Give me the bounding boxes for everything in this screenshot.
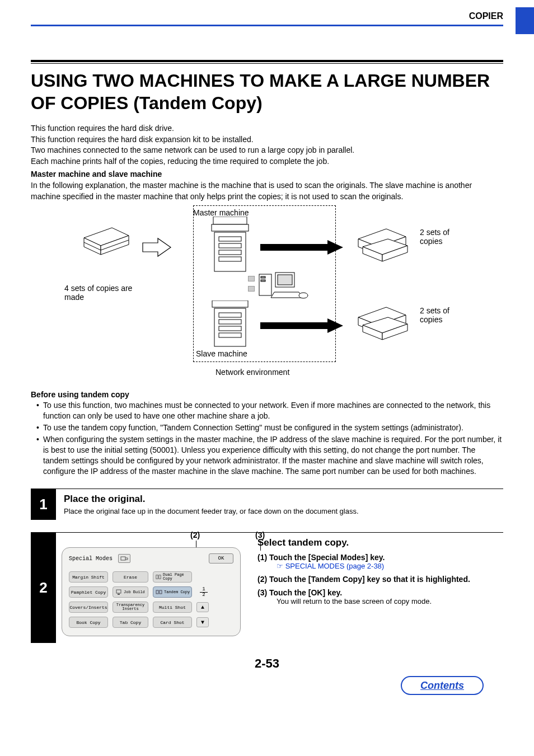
contents-button-label: Contents	[420, 680, 464, 692]
network-node-1	[248, 276, 255, 281]
btn-book-copy-label: Book Copy	[76, 620, 100, 625]
callout-3-line	[260, 541, 261, 551]
btn-job-build[interactable]: Job Build	[113, 586, 148, 598]
label-4-sets: 4 sets of copies are made	[64, 284, 154, 302]
btn-covers-inserts[interactable]: Covers/Inserts	[69, 602, 108, 613]
header-rule	[31, 25, 503, 26]
btn-tab-copy-label: Tab Copy	[120, 620, 141, 625]
intro-para-4: Each machine prints half of the copies, …	[31, 156, 503, 167]
step-2: 2 (2) (3) Special Modes OK	[31, 533, 503, 643]
before-title: Before using tandem copy	[31, 390, 503, 399]
dual-page-icon	[156, 574, 161, 580]
btn-transparency-label: Transparency Inserts	[114, 603, 147, 611]
callout-2-label: (2)	[190, 530, 200, 539]
btn-multi-shot[interactable]: Multi Shot	[153, 602, 192, 613]
svg-rect-42	[159, 575, 161, 579]
master-machine-icon	[209, 217, 256, 280]
label-2-sets-bottom: 2 sets of copies	[420, 306, 470, 324]
svg-rect-45	[156, 590, 158, 594]
svg-rect-12	[219, 257, 241, 261]
output-arrow-top	[260, 239, 344, 257]
instr-3-sub: You will return to the base screen of co…	[277, 597, 503, 605]
panel-title-icon[interactable]	[118, 554, 130, 563]
btn-pamphlet-copy[interactable]: Pamphlet Copy	[69, 586, 108, 598]
btn-dual-page-label: Dual Page Copy	[163, 573, 190, 581]
btn-margin-shift-label: Margin Shift	[72, 575, 105, 580]
intro-para-2: This function requires the hard disk exp…	[31, 134, 503, 145]
instr-3-label: (3) Touch the [OK] key.	[257, 588, 503, 597]
svg-rect-21	[261, 280, 265, 281]
tandem-diagram: 4 sets of copies are made Master machine	[31, 205, 503, 384]
btn-dual-page-copy[interactable]: Dual Page Copy	[153, 571, 192, 583]
svg-rect-9	[219, 237, 241, 241]
btn-erase[interactable]: Erase	[113, 571, 148, 583]
svg-rect-7	[212, 224, 249, 231]
btn-card-shot-label: Card Shot	[160, 620, 184, 625]
btn-pamphlet-label: Pamphlet Copy	[71, 590, 106, 595]
network-node-2	[248, 286, 255, 292]
flow-arrow-main	[140, 236, 174, 260]
svg-rect-16	[219, 320, 241, 324]
ok-button[interactable]: OK	[209, 553, 233, 564]
svg-rect-6	[213, 217, 247, 224]
btn-erase-label: Erase	[124, 575, 137, 580]
output-arrow-bottom	[260, 317, 344, 336]
btn-card-shot[interactable]: Card Shot	[153, 617, 192, 628]
network-computer-icon	[257, 270, 311, 305]
svg-rect-18	[219, 333, 241, 337]
step-1: 1 Place the original. Place the original…	[31, 489, 503, 520]
svg-rect-40	[121, 557, 125, 560]
btn-tandem-copy[interactable]: Tandem Copy	[153, 586, 192, 598]
step-1-title: Place the original.	[64, 494, 503, 505]
title-rule-thick	[31, 60, 503, 62]
svg-rect-41	[156, 575, 158, 579]
svg-rect-43	[116, 590, 121, 593]
special-modes-link[interactable]: SPECIAL MODES	[285, 562, 345, 570]
contents-button[interactable]: Contents	[401, 676, 484, 695]
instr-2-label: (2) Touch the [Tandem Copy] key so that …	[257, 575, 503, 584]
label-network: Network environment	[216, 368, 289, 377]
intro-subhead: Master machine and slave machine	[31, 169, 503, 180]
btn-multi-shot-label: Multi Shot	[159, 605, 186, 610]
job-build-icon	[115, 589, 122, 595]
btn-transparency-inserts[interactable]: Transparency Inserts	[113, 602, 148, 613]
btn-book-copy[interactable]: Book Copy	[69, 617, 108, 628]
paper-stack-left	[78, 222, 134, 261]
step-2-heading: Select tandem copy.	[257, 537, 503, 548]
page-indicator: 1 2	[196, 587, 211, 598]
before-bullet-3: When configuring the system settings in …	[36, 434, 503, 477]
before-bullet-1: To use this function, two machines must …	[36, 400, 503, 421]
svg-point-25	[299, 293, 308, 298]
btn-tab-copy[interactable]: Tab Copy	[113, 617, 148, 628]
step-1-number: 1	[31, 489, 56, 520]
btn-job-build-label: Job Build	[124, 590, 145, 594]
page-total: 2	[202, 592, 205, 598]
svg-rect-46	[160, 590, 162, 594]
paper-stack-bottom-right	[353, 300, 414, 345]
title-rule-thin	[31, 63, 503, 64]
special-modes-panel: Special Modes OK Margin Shift Erase Dua	[62, 547, 241, 636]
arrow-down-icon: ▼	[201, 619, 204, 626]
btn-margin-shift[interactable]: Margin Shift	[69, 571, 108, 583]
svg-rect-13	[212, 300, 248, 307]
ok-button-label: OK	[218, 556, 224, 561]
btn-covers-label: Covers/Inserts	[69, 605, 107, 610]
svg-rect-44	[118, 594, 120, 595]
step-1-text: Place the original face up in the docume…	[64, 507, 503, 515]
slave-machine-icon	[209, 300, 256, 355]
scroll-up-button[interactable]: ▲	[196, 602, 209, 612]
scroll-down-button[interactable]: ▼	[196, 617, 209, 627]
intro-para-5: In the following explanation, the master…	[31, 180, 503, 202]
tandem-copy-icon	[156, 589, 162, 595]
svg-rect-23	[278, 275, 292, 285]
section-header: COPIER	[469, 11, 503, 21]
svg-rect-11	[219, 250, 241, 255]
intro-para-3: Two machines connected to the same netwo…	[31, 145, 503, 156]
panel-title: Special Modes	[69, 556, 113, 562]
label-master-machine: Master machine	[193, 208, 249, 217]
label-2-sets-top: 2 sets of copies	[420, 228, 470, 246]
page-number: 2-53	[31, 656, 503, 671]
svg-marker-24	[271, 292, 302, 298]
svg-marker-26	[260, 240, 343, 255]
paper-stack-top-right	[353, 222, 414, 267]
